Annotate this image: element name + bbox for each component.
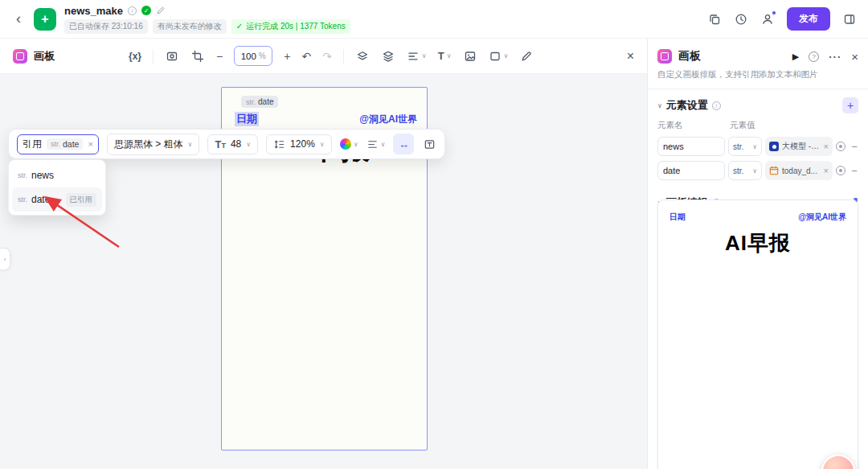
close-panel-icon[interactable]: × <box>851 50 858 64</box>
run-check-icon: ✓ <box>236 22 243 31</box>
app-logo-glyph: + <box>41 12 48 27</box>
canvas-icon <box>657 49 672 64</box>
element-type-select[interactable]: str. ∨ <box>728 161 762 180</box>
chevron-down-icon: ∨ <box>246 141 251 148</box>
history-icon[interactable] <box>734 12 748 27</box>
element-row-news: str. ∨ 大模型 - o... × − <box>648 134 868 158</box>
chevron-down-icon: ∨ <box>320 141 325 148</box>
title-block: news_make i ✓ 已自动保存 23:10:16 有尚未发布的修改 ✓ … <box>64 5 350 34</box>
project-title: news_make <box>64 5 123 17</box>
back-chevron-icon[interactable]: ‹ <box>11 10 26 27</box>
column-element-value: 元素值 <box>730 120 755 131</box>
element-name-input[interactable] <box>657 161 725 180</box>
zoom-value: 100 <box>241 51 256 61</box>
column-element-name: 元素名 <box>657 120 730 131</box>
canvas-viewport[interactable]: str. date 日期 @洞见AI世界 AI早报 引用 str. date <box>0 74 647 469</box>
help-icon[interactable]: ? <box>809 51 819 62</box>
reference-dropdown: str. news str. date 已引用 <box>8 159 106 216</box>
font-size-select[interactable]: TT 48 ∨ <box>207 134 258 154</box>
layer-order-icon[interactable] <box>355 49 370 64</box>
layers-icon[interactable] <box>381 49 395 64</box>
image-tool-icon[interactable] <box>463 49 477 64</box>
reference-chip: str. date <box>47 138 83 150</box>
remove-row-icon[interactable]: − <box>849 165 860 177</box>
chevron-down-icon: ∨ <box>752 167 757 175</box>
pen-tool-icon[interactable] <box>519 49 534 64</box>
element-value-chip[interactable]: today_d... × <box>765 161 833 180</box>
more-icon[interactable]: ··· <box>829 51 841 63</box>
zoom-in-icon[interactable]: + <box>284 51 290 62</box>
zoom-out-icon[interactable]: − <box>216 51 223 62</box>
info-icon[interactable]: i <box>128 6 137 15</box>
value-text: today_d... <box>782 167 821 175</box>
remove-value-icon[interactable]: × <box>824 166 829 175</box>
font-family-value: 思源黑体 > 粗体 <box>114 138 183 151</box>
auto-width-toggle[interactable]: ↔ <box>393 134 414 154</box>
close-canvas-icon[interactable]: × <box>627 49 634 64</box>
toggle-panel-icon[interactable] <box>842 12 857 27</box>
shape-tool[interactable]: ∨ <box>489 50 509 63</box>
text-box-icon[interactable] <box>422 137 436 151</box>
sidebar-collapse-handle[interactable]: ‹ <box>0 248 10 270</box>
text-align-select[interactable]: ∨ <box>366 138 386 150</box>
locate-element-icon[interactable] <box>836 142 845 151</box>
canvas-preview[interactable]: 日期 @洞见AI世界 AI早报 <box>657 200 858 469</box>
canvas-area: 画板 {x} − 100 % + ↶ ↷ <box>0 39 647 469</box>
reference-selector[interactable]: 引用 str. date × <box>17 134 99 154</box>
chevron-down-icon: ∨ <box>504 52 509 60</box>
collapse-chevron-icon: ‹ <box>4 256 6 263</box>
option-type: str. <box>18 195 27 204</box>
app-logo-icon: + <box>34 8 56 31</box>
autosave-status: 已自动保存 23:10:16 <box>64 19 148 34</box>
locate-element-icon[interactable] <box>836 166 845 175</box>
element-row-date: str. ∨ today_d... × − <box>648 158 868 183</box>
remove-reference-icon[interactable]: × <box>88 139 92 149</box>
rename-pencil-icon[interactable] <box>156 6 166 15</box>
crop-icon[interactable] <box>190 49 205 64</box>
publish-button[interactable]: 发布 <box>787 7 830 31</box>
duplicate-icon[interactable] <box>707 12 722 27</box>
line-height-select[interactable]: 120% ∨ <box>266 134 332 154</box>
run-node-icon[interactable]: ▶ <box>792 51 799 62</box>
add-element-button[interactable]: + <box>842 97 858 113</box>
preview-headline-text: AI早报 <box>669 229 846 257</box>
element-name-input[interactable] <box>657 137 725 156</box>
verified-check-icon: ✓ <box>141 6 151 15</box>
panel-subtitle: 自定义画板排版，支持引用添加文本和图片 <box>648 69 868 80</box>
reference-option-date[interactable]: str. date 已引用 <box>12 187 102 212</box>
panel-title: 画板 <box>678 49 701 64</box>
info-icon[interactable]: i <box>712 101 721 110</box>
zoom-unit: % <box>259 51 266 60</box>
element-name: date <box>258 97 273 106</box>
reference-chip-type: str. <box>51 140 60 148</box>
unpublished-status: 有尚未发布的修改 <box>153 19 227 34</box>
zoom-input[interactable]: 100 % <box>234 46 272 66</box>
collaborators-icon[interactable] <box>760 12 775 27</box>
element-value-chip[interactable]: 大模型 - o... × <box>765 137 833 156</box>
reference-option-news[interactable]: str. news <box>12 163 102 187</box>
artboard-header-row: 日期 @洞见AI世界 <box>235 112 417 126</box>
line-height-value: 120% <box>290 138 315 150</box>
font-family-select[interactable]: 思源黑体 > 粗体 ∨ <box>107 134 200 155</box>
artboard-date-text[interactable]: 日期 <box>235 112 259 126</box>
redo-icon[interactable]: ↷ <box>322 51 332 62</box>
text-tool[interactable]: T ∨ <box>438 50 452 62</box>
preview-date-text: 日期 <box>669 212 686 223</box>
variables-icon[interactable]: {x} <box>129 51 141 62</box>
section-collapse-icon[interactable]: ∨ <box>657 102 662 109</box>
text-color-picker[interactable]: ∨ <box>340 138 358 150</box>
preview-handle-text: @洞见AI世界 <box>798 212 846 223</box>
remove-value-icon[interactable]: × <box>824 142 829 151</box>
undo-icon[interactable]: ↶ <box>301 51 311 62</box>
artboard-handle-text[interactable]: @洞见AI世界 <box>359 113 417 126</box>
align-tool[interactable]: ∨ <box>407 50 427 63</box>
run-status-badge[interactable]: ✓ 运行完成 20s | 1377 Tokens <box>231 19 350 34</box>
element-type-select[interactable]: str. ∨ <box>728 137 762 156</box>
type-value: str. <box>733 167 743 175</box>
remove-row-icon[interactable]: − <box>849 141 860 153</box>
app-window: ‹ + news_make i ✓ 已自动保存 23:10:16 有尚未发布的修… <box>0 0 868 469</box>
color-wheel-icon <box>340 138 351 150</box>
run-status-text: 运行完成 20s | 1377 Tokens <box>246 21 346 32</box>
screenshot-icon[interactable] <box>165 49 179 64</box>
auto-width-icon: ↔ <box>399 138 409 150</box>
